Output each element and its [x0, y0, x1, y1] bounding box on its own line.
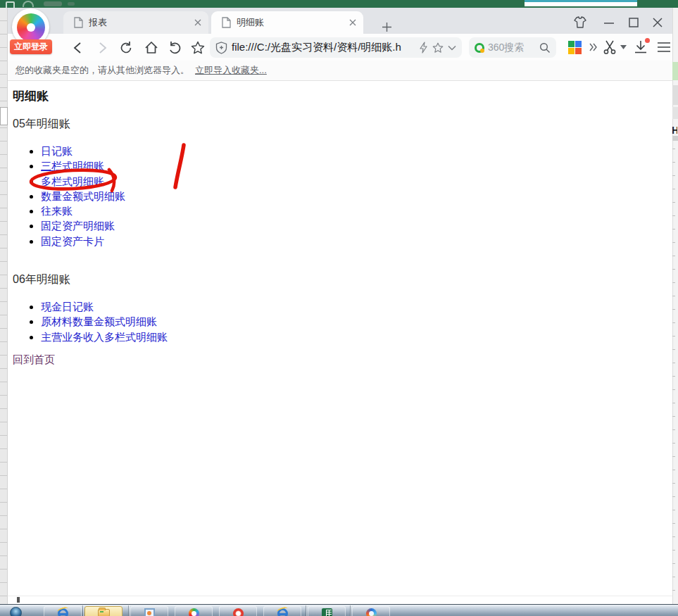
excel-gridline-ticks — [672, 149, 675, 599]
search-icon[interactable] — [539, 42, 551, 54]
link-shuliang[interactable]: 数量金额式明细账 — [41, 190, 125, 202]
maximize-button[interactable] — [624, 14, 643, 31]
search-placeholder[interactable]: 360搜索 — [488, 42, 539, 54]
taskbar-excel-button[interactable] — [308, 606, 346, 616]
link-wanglai[interactable]: 往来账 — [41, 205, 73, 217]
tab-ledger-active[interactable]: 明细账 — [211, 11, 363, 34]
list-item: 现金日记账 — [41, 299, 168, 314]
page-title: 明细账 — [13, 88, 49, 104]
excel-ui-fragment — [525, 0, 637, 6]
link-guding-mingxi[interactable]: 固定资产明细账 — [41, 220, 115, 232]
taskbar-360-safe-button[interactable] — [219, 606, 257, 616]
taskbar-ie-button[interactable] — [44, 606, 82, 616]
download-icon[interactable] — [632, 39, 650, 56]
photo-viewer-icon — [144, 608, 155, 616]
list-item: 固定资产明细账 — [41, 218, 125, 233]
search-box[interactable]: 360搜索 — [469, 37, 556, 58]
link-xianjin[interactable]: 现金日记账 — [41, 301, 94, 313]
excel-title-fragment — [44, 1, 62, 6]
red-circle-app-icon — [233, 608, 244, 616]
ie-icon — [277, 608, 288, 616]
url-text[interactable]: file:///C:/光盘实习资料/资料/明细账.h — [232, 41, 415, 54]
link-guding-kapian[interactable]: 固定资产卡片 — [41, 235, 104, 247]
address-bar[interactable]: file:///C:/光盘实习资料/资料/明细账.h — [210, 37, 462, 58]
screenshot-scissors-icon[interactable] — [601, 39, 618, 56]
link-zhuying[interactable]: 主营业务收入多栏式明细账 — [41, 331, 168, 343]
list-item: 多栏式明细账 — [41, 174, 125, 189]
bookmarks-bar: 您的收藏夹是空的，请从其他浏览器导入。 立即导入收藏夹... — [8, 61, 672, 81]
link-riji[interactable]: 日记账 — [41, 145, 73, 157]
bookmark-star-icon[interactable] — [432, 42, 444, 54]
refresh-button[interactable] — [118, 39, 134, 56]
excel-row-header-sliver — [0, 8, 8, 604]
excel-green-cell-fragment — [672, 62, 678, 80]
restore-closed-tab-button[interactable] — [167, 39, 184, 56]
download-notification-dot — [645, 38, 650, 43]
list-item: 固定资产卡片 — [41, 234, 125, 249]
browser-logo-area: 立即登录 — [10, 6, 52, 56]
taskbar-360-browser-button[interactable] — [175, 606, 213, 616]
close-window-button[interactable] — [648, 14, 667, 31]
menu-hamburger-icon[interactable] — [655, 39, 672, 56]
taskbar-separator — [306, 605, 307, 616]
link-duolan[interactable]: 多栏式明细账 — [41, 175, 104, 187]
excel-partial-text: H — [672, 125, 677, 136]
chevron-down-icon[interactable] — [448, 45, 456, 51]
ie-icon — [58, 608, 68, 616]
link-sanlan[interactable]: 三栏式明细账 — [41, 160, 104, 172]
close-tab-icon[interactable] — [194, 19, 201, 26]
taskbar-ie2-button[interactable] — [263, 606, 301, 616]
tab-title: 明细账 — [237, 16, 349, 29]
screen: H 报表 明细账 — [0, 0, 678, 616]
forward-button[interactable] — [94, 39, 111, 56]
excel-cell-fragment — [672, 136, 678, 141]
excel-cell-fragment — [672, 85, 678, 105]
home-button[interactable] — [143, 39, 160, 56]
list-item: 原材料数量金额式明细账 — [41, 314, 168, 329]
more-extensions-chevrons[interactable] — [587, 39, 598, 56]
back-button[interactable] — [70, 39, 87, 56]
app-grid-icon[interactable] — [566, 39, 583, 56]
favorites-star-button[interactable] — [189, 39, 206, 56]
back-to-home-link[interactable]: 回到首页 — [13, 353, 55, 367]
excel-icon — [322, 608, 332, 616]
link-list-06: 现金日记账 原材料数量金额式明细账 主营业务收入多栏式明细账 — [13, 299, 168, 344]
section-heading-06: 06年明细账 — [13, 272, 70, 287]
excel-status-fragment — [17, 597, 20, 603]
360-search-logo-icon — [475, 43, 484, 53]
folder-icon — [98, 609, 110, 616]
bookmarks-empty-message: 您的收藏夹是空的，请从其他浏览器导入。 — [15, 64, 189, 77]
close-tab-icon[interactable] — [349, 19, 356, 26]
browser-toolbar: file:///C:/光盘实习资料/资料/明细账.h 360搜索 — [8, 34, 672, 61]
login-now-badge[interactable]: 立即登录 — [10, 39, 52, 54]
lightning-icon[interactable] — [419, 42, 428, 54]
excel-cell-fragment — [672, 107, 678, 119]
list-item: 数量金额式明细账 — [41, 189, 125, 203]
excel-namebox-fragment — [0, 107, 8, 125]
tab-report[interactable]: 报表 — [63, 11, 208, 34]
tab-title: 报表 — [89, 16, 194, 29]
import-bookmarks-link[interactable]: 立即导入收藏夹... — [195, 64, 267, 77]
start-button[interactable] — [10, 607, 22, 616]
taskbar-app-button[interactable] — [352, 606, 390, 616]
taskbar-photo-viewer-button[interactable] — [130, 606, 168, 616]
link-list-05: 日记账 三栏式明细账 多栏式明细账 数量金额式明细账 往来账 固定资产明细账 固… — [13, 144, 125, 249]
scissors-dropdown-caret[interactable] — [620, 39, 627, 56]
360-browser-icon — [189, 608, 199, 616]
theme-skin-button[interactable] — [570, 14, 589, 31]
link-yuancailiao[interactable]: 原材料数量金额式明细账 — [41, 315, 157, 327]
shield-icon — [215, 42, 227, 54]
list-item: 三栏式明细账 — [41, 158, 125, 173]
page-content: 明细账 05年明细账 日记账 三栏式明细账 多栏式明细账 数量金额式明细账 往来… — [8, 81, 672, 596]
colorful-app-icon — [366, 608, 377, 616]
browser-bottom-edge — [8, 596, 672, 596]
page-file-icon — [221, 17, 231, 28]
section-heading-05: 05年明细账 — [13, 117, 70, 132]
taskbar-explorer-button-active[interactable] — [84, 606, 123, 616]
list-item: 主营业务收入多栏式明细账 — [41, 329, 168, 344]
taskbar-separator — [83, 605, 84, 616]
excel-title-fragment — [68, 2, 75, 6]
minimize-button[interactable] — [600, 14, 618, 31]
taskbar-separator — [129, 605, 130, 616]
excel-titlebar-strip — [0, 0, 678, 8]
